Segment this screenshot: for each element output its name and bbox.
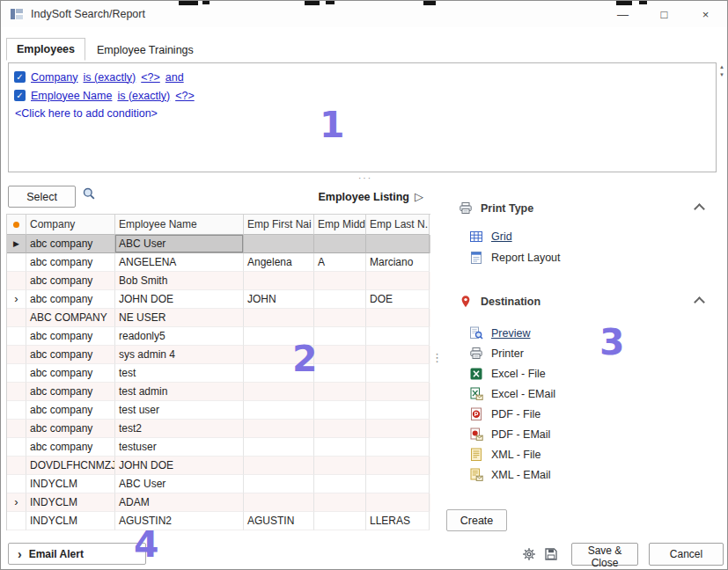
row-indicator[interactable]	[7, 327, 26, 346]
table-row[interactable]: abc companyANGELENAAngelenaAMarciano	[7, 253, 430, 272]
cell[interactable]: abc company	[26, 253, 115, 272]
cell[interactable]	[314, 493, 366, 512]
maximize-button[interactable]: □	[643, 1, 685, 27]
cell[interactable]	[366, 420, 430, 438]
condition-conjunction[interactable]: and	[165, 71, 184, 84]
option-excel-file[interactable]: Excel - File	[445, 363, 725, 384]
cell[interactable]: ABC User	[115, 235, 244, 253]
cell[interactable]: ABC User	[115, 475, 244, 493]
cell[interactable]: abc company	[26, 420, 115, 438]
cell[interactable]: AGUSTIN	[244, 512, 314, 530]
email-alert-expander[interactable]: › Email Alert	[8, 543, 146, 565]
row-indicator[interactable]	[7, 346, 26, 364]
row-indicator[interactable]	[7, 457, 26, 475]
condition-checkbox[interactable]: ✓	[14, 90, 26, 101]
cell[interactable]: JOHN	[244, 290, 314, 309]
cell[interactable]: test admin	[115, 383, 244, 401]
cell[interactable]: test2	[115, 420, 244, 438]
cell[interactable]	[366, 457, 430, 475]
table-row[interactable]: abc companytest user	[7, 401, 430, 420]
cell[interactable]: A	[314, 253, 366, 272]
splitter-handle[interactable]: ···	[349, 173, 382, 183]
option-report-layout[interactable]: Report Layout	[445, 247, 725, 268]
cell[interactable]: DOVDLFHCNMZJBI	[26, 457, 115, 475]
cell[interactable]	[366, 309, 430, 327]
play-icon[interactable]: ▷	[415, 190, 423, 203]
panel-splitter-grip[interactable]: ⋮	[431, 351, 443, 364]
option-xml-file[interactable]: XML - File	[445, 444, 725, 464]
cell[interactable]: abc company	[26, 290, 115, 309]
cell[interactable]	[314, 438, 366, 457]
cell[interactable]: INDYCLM	[26, 512, 115, 530]
cell[interactable]	[314, 272, 366, 290]
expand-row-icon[interactable]: ›	[7, 493, 26, 512]
close-button[interactable]: ×	[685, 1, 726, 27]
option-grid[interactable]: Grid	[445, 226, 725, 247]
cell[interactable]	[244, 272, 314, 290]
condition-scrollbar[interactable]: ▲ ▼	[717, 64, 726, 77]
tab-employee-trainings[interactable]: Employee Trainings	[87, 40, 203, 61]
add-condition-link[interactable]: <Click here to add condition>	[14, 105, 710, 123]
cell[interactable]: ANGELENA	[115, 253, 244, 272]
destination-header[interactable]: Destination	[445, 295, 705, 309]
table-row[interactable]: abc companytest admin	[7, 383, 430, 401]
cell[interactable]: abc company	[26, 235, 115, 253]
condition-checkbox[interactable]: ✓	[14, 71, 26, 83]
table-row[interactable]: abc companysys admin 4	[7, 346, 430, 364]
row-indicator[interactable]	[7, 401, 26, 420]
cell[interactable]	[314, 364, 366, 383]
row-indicator[interactable]	[7, 253, 26, 272]
condition-field[interactable]: Company	[31, 71, 78, 84]
cell[interactable]	[314, 457, 366, 475]
condition-value[interactable]: <?>	[175, 90, 195, 102]
row-indicator[interactable]	[7, 272, 26, 290]
table-row[interactable]: ›abc companyJOHN DOEJOHNDOE	[7, 290, 430, 309]
create-button[interactable]: Create	[446, 509, 507, 531]
cell[interactable]	[366, 475, 430, 493]
table-row[interactable]: DOVDLFHCNMZJBIJOHN DOE	[7, 457, 430, 475]
cell[interactable]: abc company	[26, 383, 115, 401]
row-indicator[interactable]	[7, 309, 26, 327]
option-excel-email[interactable]: Excel - EMail	[445, 384, 725, 404]
cell[interactable]: test user	[115, 401, 244, 420]
cell[interactable]: ADAM	[115, 493, 244, 512]
cell[interactable]	[314, 420, 366, 438]
cell[interactable]: Angelena	[244, 253, 314, 272]
cell[interactable]	[244, 493, 314, 512]
cell[interactable]: JOHN DOE	[115, 290, 244, 309]
row-indicator[interactable]	[7, 364, 26, 383]
cell[interactable]: INDYCLM	[26, 493, 115, 512]
column-header[interactable]: Employee Name	[115, 215, 244, 235]
cell[interactable]	[244, 457, 314, 475]
cell[interactable]: test	[115, 364, 244, 383]
cell[interactable]	[244, 383, 314, 401]
cell[interactable]	[366, 401, 430, 420]
option-pdf-email[interactable]: PDF - EMail	[445, 424, 725, 444]
save-icon[interactable]	[544, 547, 558, 561]
table-row[interactable]: abc companytestuser	[7, 438, 430, 457]
cell[interactable]: sys admin 4	[115, 346, 244, 364]
table-row[interactable]: ▶abc companyABC User	[7, 235, 430, 253]
cell[interactable]: abc company	[26, 364, 115, 383]
cell[interactable]	[366, 383, 430, 401]
cell[interactable]	[314, 383, 366, 401]
cell[interactable]: DOE	[366, 290, 430, 309]
row-indicator[interactable]	[7, 475, 26, 493]
condition-field[interactable]: Employee Name	[31, 90, 112, 102]
table-row[interactable]: abc companyBob Smith	[7, 272, 430, 290]
option-printer[interactable]: Printer	[445, 343, 725, 363]
cell[interactable]: JOHN DOE	[115, 457, 244, 475]
expand-row-icon[interactable]: ›	[7, 290, 26, 309]
cell[interactable]: LLERAS	[366, 512, 430, 530]
cell[interactable]	[244, 475, 314, 493]
cell[interactable]	[244, 309, 314, 327]
cell[interactable]: abc company	[26, 327, 115, 346]
cell[interactable]: NE USER	[115, 309, 244, 327]
cell[interactable]: readonly5	[115, 327, 244, 346]
cell[interactable]	[314, 290, 366, 309]
cell[interactable]	[366, 364, 430, 383]
cell[interactable]: Bob Smith	[115, 272, 244, 290]
option-xml-email[interactable]: XML - EMail	[445, 464, 725, 485]
condition-value[interactable]: <?>	[141, 71, 160, 84]
table-row[interactable]: abc companyreadonly5	[7, 327, 430, 346]
